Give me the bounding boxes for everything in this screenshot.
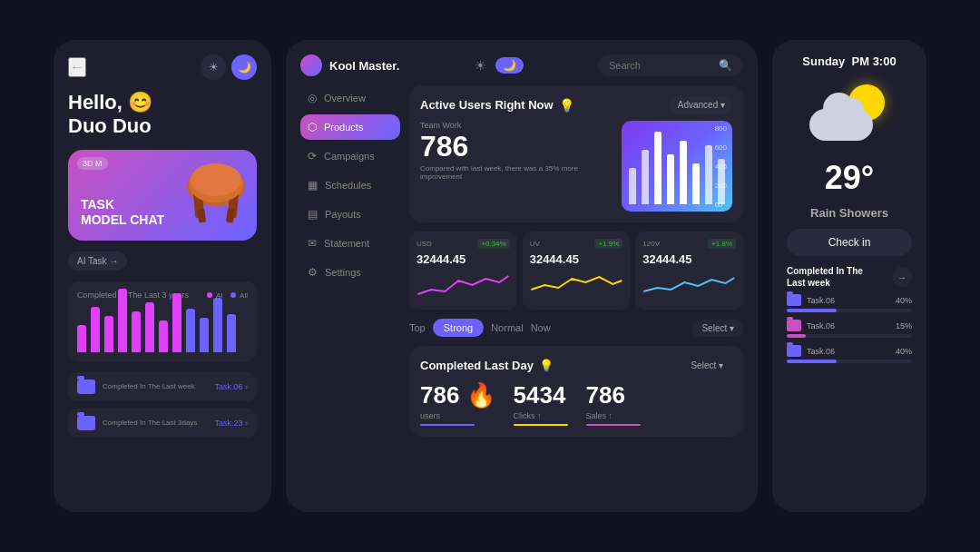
metric-card-usd: USD +0.34% 32444.45 (409, 232, 517, 310)
back-button[interactable]: ← (68, 57, 86, 77)
sidebar-item-statement[interactable]: ✉ Statement (300, 231, 400, 256)
task-link-2[interactable]: Task.23 › (214, 419, 248, 428)
select-dropdown-button[interactable]: Select ▾ (692, 320, 743, 337)
sidebar-item-overview[interactable]: ◎ Overview (300, 85, 400, 111)
main-content: Active Users Right Now 💡 Advanced ▾ Team… (409, 85, 743, 498)
completed-last-day-title: Completed Last Day 💡 (420, 359, 554, 372)
ai-task-button[interactable]: AI Task → (68, 251, 127, 271)
moon-icon: 🌙 (238, 61, 251, 74)
sidebar-nav: ◎ Overview ⬡ Products ⟳ Campaigns ▦ Sche… (300, 85, 400, 498)
bar-4 (118, 289, 127, 352)
progress-bar-fill-2 (787, 334, 806, 338)
logo-text: Kool Master. (329, 59, 399, 73)
team-work-label: Team Work (420, 121, 612, 130)
legend-dot-all: All (230, 291, 248, 300)
tab-top[interactable]: Top (409, 319, 426, 337)
completed-sales-num: 786 (586, 381, 625, 409)
metric-usd-label: USD (416, 240, 432, 248)
sidebar-item-schedules[interactable]: ▦ Schedules (300, 172, 400, 198)
logo-circle (300, 54, 322, 76)
metric-uv-label: UV (530, 240, 540, 248)
bar-12 (227, 314, 236, 352)
tab-normal[interactable]: Normal (491, 319, 523, 337)
y-label-400: 400 (715, 163, 727, 171)
folder-icon-2 (77, 416, 95, 430)
sidebar-item-campaigns[interactable]: ⟳ Campaigns (300, 143, 400, 169)
task-item-2-left: Completed In The Last 3days (77, 416, 197, 430)
statement-icon: ✉ (308, 237, 317, 250)
progress-item-2-left: Task.06 (787, 320, 835, 331)
completed-select-button[interactable]: Select ▾ (681, 357, 732, 374)
active-users-chart: 800 600 400 200 00 (622, 121, 732, 212)
search-icon: 🔍 (719, 59, 732, 72)
chart-bar-group-4 (667, 154, 674, 204)
sidebar-item-settings[interactable]: ⚙ Settings (300, 260, 400, 285)
progress-item-1-header: Task.06 40% (787, 294, 912, 306)
tabs-row: Top Strong Normal Now Select ▾ (409, 319, 743, 337)
active-users-section: Active Users Right Now 💡 Advanced ▾ Team… (409, 85, 743, 222)
mobile-header: ← ☀ 🌙 (68, 54, 257, 80)
progress-item-3: Task.06 40% (787, 345, 912, 363)
bar-6 (145, 302, 154, 352)
progress-item-1: Task.06 40% (787, 294, 912, 312)
dashboard-body: ◎ Overview ⬡ Products ⟳ Campaigns ▦ Sche… (300, 85, 743, 498)
sidebar-label-schedules: Schedules (325, 180, 371, 191)
tab-group: Top Strong Normal Now (409, 319, 551, 337)
task-item-1-label: Completed In The Last week (103, 382, 195, 390)
advanced-button[interactable]: Advanced ▾ (671, 96, 732, 113)
sun-nav-button[interactable]: ☀ (475, 58, 486, 73)
completed-stats-body: 786 🔥 users 5434 Clicks ↑ 786 Sales ↑ (420, 381, 732, 426)
search-input[interactable] (609, 60, 711, 71)
sparkline-usd (416, 271, 510, 299)
sidebar-label-overview: Overview (324, 93, 366, 104)
page-background: ← ☀ 🌙 Hello, 😊Duo Duo 3D M TASKMODEL CHA… (0, 0, 980, 552)
chart-bar-group-6 (692, 163, 700, 204)
task-link-1[interactable]: Task.06 › (214, 382, 248, 391)
chart-legend: AI All (207, 291, 248, 300)
chart-bar-6 (692, 163, 700, 204)
arrow-right-button[interactable]: → (892, 267, 912, 287)
tab-strong[interactable]: Strong (433, 319, 484, 337)
sun-theme-button[interactable]: ☀ (201, 54, 226, 80)
progress-task-1-pct: 40% (896, 296, 912, 305)
greeting-text: Hello, 😊Duo Duo (68, 91, 257, 139)
y-label-00: 00 (715, 201, 727, 209)
moon-nav-button[interactable]: 🌙 (495, 57, 524, 74)
search-bar: 🔍 (598, 54, 743, 76)
chart-bar-1 (629, 168, 636, 204)
sidebar-item-products[interactable]: ⬡ Products (300, 114, 400, 140)
progress-item-1-left: Task.06 (787, 294, 835, 306)
y-label-600: 600 (715, 143, 727, 152)
completed-clicks-num: 5434 (514, 381, 566, 409)
chart-bar-group-5 (680, 141, 687, 204)
completed-last-day-section: Completed Last Day 💡 Select ▾ 786 🔥 user… (409, 346, 743, 437)
sidebar-item-payouts[interactable]: ▤ Payouts (300, 202, 400, 227)
progress-task-2-name: Task.06 (807, 321, 835, 330)
bar-10 (200, 318, 209, 352)
sidebar-label-settings: Settings (325, 267, 361, 278)
metric-usd-header: USD +0.34% (416, 239, 510, 249)
sidebar-label-products: Products (324, 122, 363, 133)
temperature-display: 29° (787, 159, 912, 197)
tab-now[interactable]: Now (531, 319, 551, 337)
completed-stat-users: 786 🔥 users (420, 381, 495, 426)
progress-item-3-left: Task.06 (787, 345, 835, 357)
bar-3 (104, 316, 113, 352)
progress-bar-fill-1 (787, 309, 837, 312)
metric-usd-change: +0.34% (477, 239, 509, 249)
active-users-body: Team Work 786 Compared with last week, t… (420, 121, 732, 212)
users-stat: Team Work 786 Compared with last week, t… (420, 121, 612, 212)
progress-task-3-name: Task.06 (807, 347, 835, 356)
chart-bar-group-1 (629, 168, 636, 204)
task-badge: 3D M (77, 157, 108, 170)
svg-point-7 (191, 163, 241, 196)
progress-item-2: Task.06 15% (787, 320, 912, 338)
campaigns-icon: ⟳ (308, 150, 317, 163)
metric-uv-header: UV +1.9% (530, 239, 623, 249)
bar-7 (159, 320, 168, 352)
completed-week-section: Completed In TheLast week → Task.06 40% (787, 265, 912, 498)
checkin-button[interactable]: Check in (787, 229, 912, 256)
schedules-icon: ▦ (308, 179, 318, 192)
bar-5 (132, 311, 141, 352)
moon-theme-button[interactable]: 🌙 (231, 54, 257, 80)
